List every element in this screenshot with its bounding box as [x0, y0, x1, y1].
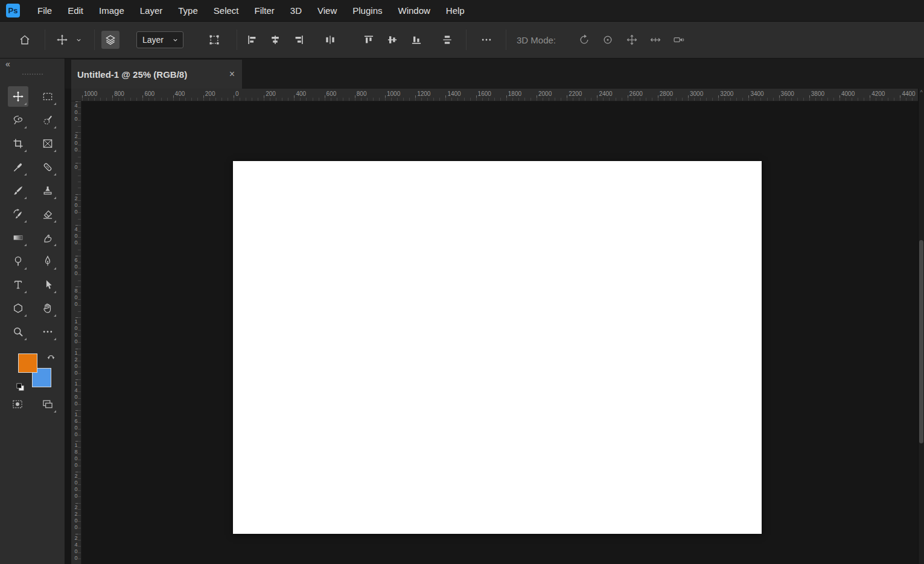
h-ruler-label: 2200: [569, 90, 582, 97]
h-ruler-label: 2600: [629, 90, 643, 97]
menu-select[interactable]: Select: [206, 0, 247, 22]
menu-edit[interactable]: Edit: [60, 0, 91, 22]
document-viewport: 1000800600400200020040060080010001200140…: [65, 89, 918, 564]
default-colors-button[interactable]: [15, 382, 25, 392]
h-ruler-label: 400: [296, 90, 306, 97]
h-ruler-label: 1800: [508, 90, 521, 97]
more-align-options-button[interactable]: [477, 31, 495, 49]
threed-camera-button[interactable]: [670, 31, 688, 49]
h-ruler-label: 2400: [599, 90, 612, 97]
align-horizontal-centers-button[interactable]: [266, 31, 284, 49]
v-ruler-label: 2400: [73, 535, 79, 562]
v-ruler-label: 1400: [73, 381, 79, 407]
foreground-color-swatch[interactable]: [18, 353, 37, 373]
align-right-edges-button[interactable]: [290, 31, 308, 49]
menu-help[interactable]: Help: [438, 0, 473, 22]
align-bottom-edges-button[interactable]: [407, 31, 425, 49]
options-separator: [506, 30, 506, 50]
menubar: Ps FileEditImageLayerTypeSelectFilter3DV…: [0, 0, 924, 22]
align-left-edges-button[interactable]: [243, 31, 261, 49]
h-ruler-label: 4400: [902, 90, 915, 97]
swap-colors-button[interactable]: [46, 352, 56, 362]
scrollbar-thumb[interactable]: [919, 240, 923, 443]
v-ruler-label: 1200: [73, 350, 79, 376]
v-ruler-label: 600: [73, 257, 79, 277]
tool-preset-chevron-icon[interactable]: [72, 31, 84, 49]
h-ruler-label: 2800: [660, 90, 673, 97]
v-ruler-label: 200: [73, 133, 79, 153]
h-ruler-label: 3400: [750, 90, 763, 97]
v-ruler-label: 1600: [73, 411, 79, 438]
h-ruler-label: 3600: [781, 90, 794, 97]
tab-close-button[interactable]: ×: [223, 69, 235, 80]
threed-orbit-button[interactable]: [575, 31, 593, 49]
h-ruler-label: 400: [175, 90, 185, 97]
photoshop-window: Ps FileEditImageLayerTypeSelectFilter3DV…: [0, 0, 924, 564]
tools-panel: «: [0, 59, 65, 564]
quick-mask-button[interactable]: [7, 394, 28, 414]
canvas[interactable]: [233, 161, 762, 534]
tab-bar: Untitled-1 @ 25% (RGB/8) ×: [65, 59, 924, 89]
threed-slide-button[interactable]: [646, 31, 664, 49]
auto-select-dropdown[interactable]: Layer: [136, 31, 183, 48]
menu-image[interactable]: Image: [91, 0, 132, 22]
document-tab-title: Untitled-1 @ 25% (RGB/8): [77, 69, 187, 80]
menubar-items: FileEditImageLayerTypeSelectFilter3DView…: [30, 0, 473, 22]
v-ruler-label: 2200: [73, 504, 79, 531]
h-ruler-label: 1600: [478, 90, 491, 97]
h-ruler-label: 3800: [811, 90, 824, 97]
h-ruler-label: 4000: [841, 90, 855, 97]
menu-file[interactable]: File: [30, 0, 60, 22]
vertical-ruler[interactable]: 4002000200400600800100012001400160018002…: [71, 101, 81, 564]
h-ruler-label: 1000: [387, 90, 400, 97]
auto-select-value: Layer: [142, 35, 164, 45]
h-ruler-label: 2000: [538, 90, 552, 97]
show-transform-controls-toggle[interactable]: [205, 31, 223, 49]
threed-mode-label: 3D Mode:: [517, 35, 556, 45]
v-ruler-label: 400: [73, 226, 79, 246]
options-separator: [94, 30, 95, 50]
distribute-vertically-button[interactable]: [438, 31, 456, 49]
photoshop-logo: Ps: [6, 4, 20, 17]
threed-pan-button[interactable]: [623, 31, 641, 49]
h-ruler-label: 1200: [417, 90, 430, 97]
menu-filter[interactable]: Filter: [247, 0, 282, 22]
color-swatch-area: [0, 59, 65, 564]
document-tab[interactable]: Untitled-1 @ 25% (RGB/8) ×: [71, 60, 243, 89]
v-ruler-label: 800: [73, 288, 79, 308]
menu-window[interactable]: Window: [390, 0, 438, 22]
h-ruler-label: 800: [114, 90, 124, 97]
v-ruler-label: 2000: [73, 473, 79, 499]
flyout-indicator: [54, 410, 56, 413]
h-ruler-label: 3000: [690, 90, 703, 97]
menu-3d[interactable]: 3D: [282, 0, 310, 22]
menu-layer[interactable]: Layer: [132, 0, 171, 22]
align-vertical-centers-button[interactable]: [383, 31, 401, 49]
h-ruler-label: 1400: [447, 90, 460, 97]
menu-plugins[interactable]: Plugins: [345, 0, 390, 22]
tool-preset-move-icon[interactable]: [53, 31, 71, 49]
scrollbar-up-arrow[interactable]: ^: [919, 89, 924, 95]
h-ruler-label: 0: [235, 90, 239, 97]
distribute-horizontally-button[interactable]: [321, 31, 339, 49]
options-separator: [237, 30, 237, 50]
menu-type[interactable]: Type: [170, 0, 206, 22]
home-button[interactable]: [16, 31, 34, 49]
options-bar: Layer 3D Mode:: [0, 22, 924, 59]
h-ruler-label: 600: [144, 90, 155, 97]
align-top-edges-button[interactable]: [360, 31, 378, 49]
auto-select-toggle[interactable]: [101, 31, 119, 49]
h-ruler-label: 1000: [84, 90, 97, 97]
vertical-scrollbar[interactable]: ^: [918, 89, 924, 564]
chevron-down-icon: [171, 36, 179, 44]
threed-roll-button[interactable]: [599, 31, 617, 49]
screen-mode-button[interactable]: [37, 394, 58, 414]
horizontal-ruler[interactable]: 1000800600400200020040060080010001200140…: [71, 89, 918, 101]
v-ruler-label: 1800: [73, 442, 79, 469]
h-ruler-label: 600: [327, 90, 337, 97]
h-ruler-label: 3200: [720, 90, 733, 97]
v-ruler-label: 200: [73, 195, 79, 215]
menu-view[interactable]: View: [310, 0, 345, 22]
v-ruler-label: 1000: [73, 318, 79, 345]
h-ruler-label: 200: [266, 90, 276, 97]
